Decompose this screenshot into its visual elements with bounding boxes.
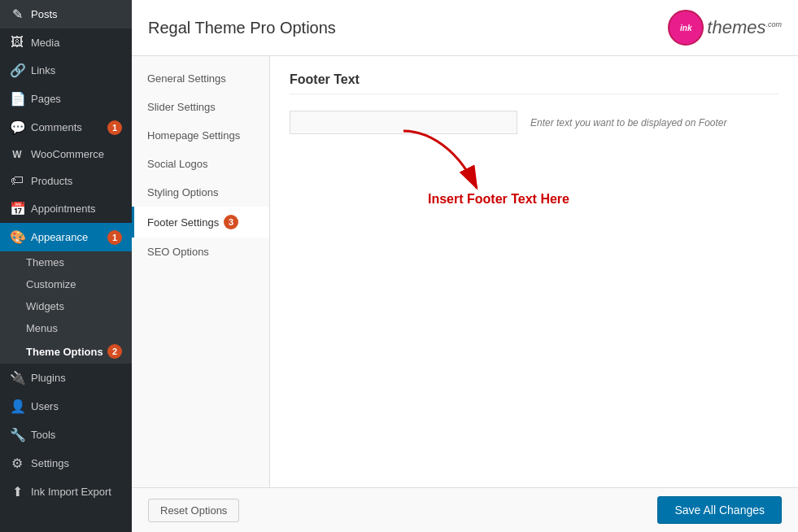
submenu-general-settings[interactable]: General Settings [132, 64, 269, 93]
sidebar-item-tools[interactable]: 🔧 Tools [0, 421, 132, 449]
submenu-theme-options[interactable]: Theme Options 2 [0, 339, 132, 364]
sidebar-item-label: Media [31, 37, 59, 49]
sidebar-item-label: Users [31, 400, 59, 412]
sidebar-item-appearance[interactable]: 🎨 Appearance 1 [0, 223, 132, 251]
comments-icon: 💬 [10, 120, 24, 135]
sidebar-item-label: Ink Import Export [31, 486, 111, 498]
appearance-submenu: Themes Customize Widgets Menus Theme Opt… [0, 251, 132, 364]
sidebar-item-products[interactable]: 🏷 Products [0, 167, 132, 194]
sidebar-item-label: Appointments [31, 203, 96, 215]
reset-button[interactable]: Reset Options [148, 499, 239, 522]
page-header: Regal Theme Pro Options ink themes.com [132, 0, 798, 56]
sidebar-item-settings[interactable]: ⚙ Settings [0, 449, 132, 477]
appointments-icon: 📅 [10, 201, 24, 216]
sidebar-item-label: Posts [31, 8, 58, 20]
woo-icon: W [10, 149, 24, 160]
sidebar-item-label: Settings [31, 457, 69, 469]
products-icon: 🏷 [10, 173, 24, 188]
sidebar-item-label: Products [31, 175, 72, 187]
page-title: Regal Theme Pro Options [148, 19, 336, 37]
sidebar-item-pages[interactable]: 📄 Pages [0, 85, 132, 113]
submenu-panel: General Settings Slider Settings Homepag… [132, 56, 270, 487]
submenu-seo-options[interactable]: SEO Options [132, 238, 269, 266]
sidebar-item-label: Links [31, 64, 55, 76]
submenu-customize[interactable]: Customize [0, 273, 132, 295]
ink-icon: ⬆ [10, 484, 24, 499]
logo-circle: ink [668, 10, 704, 46]
submenu-social-logos[interactable]: Social Logos [132, 150, 269, 178]
sidebar-item-woocommerce[interactable]: W WooCommerce [0, 142, 132, 167]
settings-panel: Footer Text Enter text you want to be di… [270, 56, 798, 487]
settings-icon: ⚙ [10, 456, 24, 471]
sidebar-item-ink[interactable]: ⬆ Ink Import Export [0, 477, 132, 506]
tools-icon: 🔧 [10, 427, 24, 443]
save-button[interactable]: Save All Changes [657, 496, 782, 524]
sidebar-item-links[interactable]: 🔗 Links [0, 56, 132, 85]
submenu-slider-settings[interactable]: Slider Settings [132, 93, 269, 121]
media-icon: 🖼 [10, 35, 24, 50]
main-content: Regal Theme Pro Options ink themes.com G… [132, 0, 798, 532]
sidebar-item-posts[interactable]: ✎ Posts [0, 0, 132, 28]
submenu-menus[interactable]: Menus [0, 317, 132, 339]
annotation-area: Insert Footer Text Here [290, 147, 778, 245]
annotation-arrow [355, 123, 615, 229]
sidebar-item-plugins[interactable]: 🔌 Plugins [0, 364, 132, 392]
submenu-footer-settings[interactable]: Footer Settings 3 [132, 207, 269, 238]
sidebar-item-label: Appearance [31, 231, 88, 243]
sidebar-item-media[interactable]: 🖼 Media [0, 28, 132, 56]
logo-area: ink themes.com [668, 10, 782, 46]
sidebar: ✎ Posts 🖼 Media 🔗 Links 📄 Pages 💬 Commen… [0, 0, 132, 532]
sidebar-item-label: Plugins [31, 372, 66, 384]
plugins-icon: 🔌 [10, 370, 24, 386]
sidebar-item-users[interactable]: 👤 Users [0, 392, 132, 421]
appearance-badge: 1 [107, 230, 122, 245]
sidebar-item-label: Comments [31, 121, 82, 133]
links-icon: 🔗 [10, 63, 24, 78]
sidebar-item-comments[interactable]: 💬 Comments 1 [0, 113, 132, 142]
submenu-homepage-settings[interactable]: Homepage Settings [132, 121, 269, 150]
appearance-icon: 🎨 [10, 229, 24, 245]
submenu-widgets[interactable]: Widgets [0, 295, 132, 317]
sidebar-item-appointments[interactable]: 📅 Appointments [0, 194, 132, 223]
content-area: General Settings Slider Settings Homepag… [132, 56, 798, 487]
theme-options-badge: 2 [107, 344, 122, 359]
submenu-themes[interactable]: Themes [0, 251, 132, 273]
sidebar-item-label: WooCommerce [31, 148, 104, 160]
sidebar-item-label: Pages [31, 93, 61, 105]
posts-icon: ✎ [10, 7, 24, 22]
sidebar-item-label: Tools [31, 429, 55, 441]
section-title: Footer Text [290, 72, 778, 94]
comments-badge: 1 [107, 120, 122, 135]
logo-text: themes.com [707, 17, 782, 38]
annotation-label: Insert Footer Text Here [428, 192, 569, 207]
pages-icon: 📄 [10, 91, 24, 107]
footer-settings-badge: 3 [224, 215, 238, 229]
users-icon: 👤 [10, 399, 24, 414]
submenu-styling-options[interactable]: Styling Options [132, 178, 269, 207]
footer-bar: Reset Options Save All Changes [132, 487, 798, 532]
